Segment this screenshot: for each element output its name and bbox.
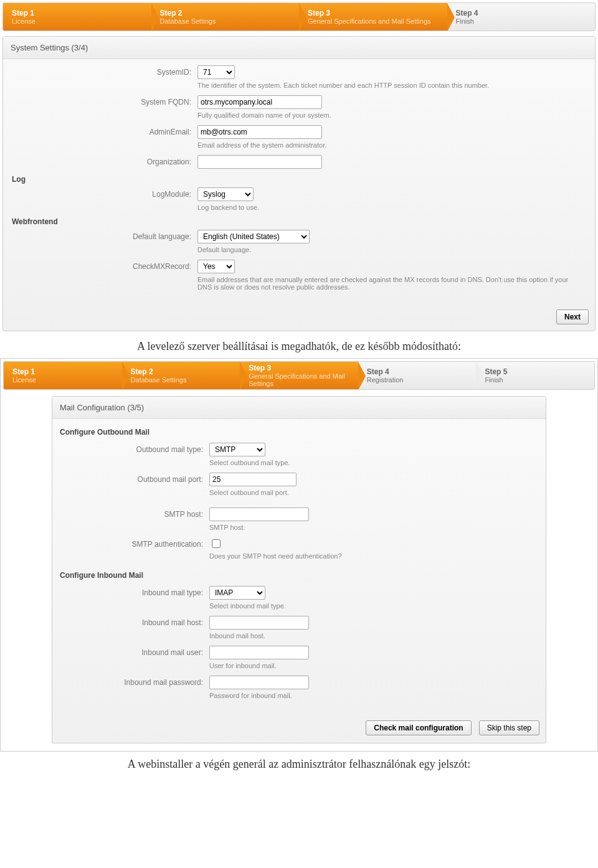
label-inbound-user: Inbound mail user: bbox=[60, 646, 209, 657]
caption-text-2: A webinstaller a végén generál az admini… bbox=[0, 752, 598, 776]
step-title: Step 4 bbox=[456, 9, 589, 17]
wizard2-step-2[interactable]: Step 2 Database Settings bbox=[122, 362, 240, 389]
step-title: Step 5 bbox=[485, 367, 588, 376]
fqdn-input[interactable] bbox=[197, 95, 322, 109]
step-title: Step 2 bbox=[160, 9, 293, 17]
wizard-steps-1: Step 1 License Step 2 Database Settings … bbox=[2, 2, 596, 31]
inbound-pass-input[interactable] bbox=[209, 676, 309, 689]
step-title: Step 2 bbox=[131, 367, 234, 376]
section-webfrontend: Webfrontend bbox=[11, 217, 587, 226]
wizard2-step-5[interactable]: Step 5 Finish bbox=[476, 362, 594, 389]
label-organization: Organization: bbox=[11, 155, 197, 166]
step-subtitle: Finish bbox=[456, 17, 589, 25]
hint-adminemail: Email address of the system administrato… bbox=[197, 141, 584, 149]
next-button[interactable]: Next bbox=[556, 309, 589, 324]
wizard-step-2[interactable]: Step 2 Database Settings bbox=[151, 3, 300, 31]
step-subtitle: Finish bbox=[485, 376, 588, 384]
hint-logmodule: Log backend to use. bbox=[197, 204, 584, 211]
mail-config-panel: Mail Configuration (3/5) Configure Outbo… bbox=[52, 396, 546, 743]
logmodule-select[interactable]: Syslog bbox=[197, 187, 254, 201]
section-log: Log bbox=[11, 175, 587, 184]
label-outbound-type: Outbound mail type: bbox=[60, 443, 209, 454]
hint-inbound-user: User for inbound mail. bbox=[209, 662, 538, 669]
hint-defaultlang: Default language. bbox=[197, 246, 584, 253]
step-subtitle: General Specifications and Mail Settings bbox=[308, 17, 441, 25]
label-inbound-pass: Inbound mail password: bbox=[60, 676, 209, 687]
hint-outbound-port: Select outbound mail port. bbox=[209, 489, 538, 496]
wizard-step-1[interactable]: Step 1 License bbox=[3, 3, 151, 31]
hint-inbound-host: Inbound mail host. bbox=[209, 632, 538, 639]
panel2-title: Mail Configuration (3/5) bbox=[52, 397, 546, 419]
hint-inbound-pass: Password for inbound mail. bbox=[209, 692, 538, 699]
system-settings-panel: System Settings (3/4) SystemID: 71 The i… bbox=[2, 36, 596, 331]
inbound-user-input[interactable] bbox=[209, 646, 309, 659]
step-title: Step 3 bbox=[249, 364, 352, 372]
label-inbound-host: Inbound mail host: bbox=[60, 616, 209, 627]
step-subtitle: Registration bbox=[367, 376, 470, 384]
step-subtitle: General Specifications and Mail Settings bbox=[249, 372, 352, 387]
outbound-port-input[interactable] bbox=[209, 473, 297, 486]
wizard2-step-3[interactable]: Step 3 General Specifications and Mail S… bbox=[240, 362, 358, 389]
label-inbound-type: Inbound mail type: bbox=[60, 586, 209, 597]
hint-fqdn: Fully qualified domain name of your syst… bbox=[197, 111, 584, 119]
panel-title: System Settings (3/4) bbox=[3, 37, 595, 59]
outbound-type-select[interactable]: SMTP bbox=[209, 443, 265, 456]
inbound-type-select[interactable]: IMAP bbox=[209, 586, 265, 600]
label-fqdn: System FQDN: bbox=[11, 95, 197, 106]
step-title: Step 4 bbox=[367, 367, 470, 376]
systemid-select[interactable]: 71 bbox=[197, 65, 235, 79]
skip-step-button[interactable]: Skip this step bbox=[479, 720, 539, 735]
hint-smtp-host: SMTP host. bbox=[209, 524, 538, 531]
wizard2-step-4[interactable]: Step 4 Registration bbox=[358, 362, 477, 389]
step-title: Step 3 bbox=[308, 9, 441, 17]
wizard-steps-2: Step 1 License Step 2 Database Settings … bbox=[3, 361, 595, 390]
label-smtp-host: SMTP host: bbox=[60, 507, 209, 519]
wizard-step-4[interactable]: Step 4 Finish bbox=[447, 3, 596, 31]
section-inbound: Configure Inbound Mail bbox=[60, 571, 538, 580]
wizard-step-3[interactable]: Step 3 General Specifications and Mail S… bbox=[299, 3, 447, 31]
step-subtitle: License bbox=[12, 376, 116, 384]
step-title: Step 1 bbox=[12, 367, 116, 376]
organization-input[interactable] bbox=[197, 155, 322, 169]
hint-inbound-type: Select inbound mail type. bbox=[209, 602, 538, 610]
hint-checkmx: Email addresses that are manually entere… bbox=[197, 276, 584, 291]
check-mail-config-button[interactable]: Check mail configuration bbox=[366, 720, 471, 735]
inbound-host-input[interactable] bbox=[209, 616, 309, 630]
adminemail-input[interactable] bbox=[197, 125, 322, 139]
label-checkmx: CheckMXRecord: bbox=[11, 260, 197, 271]
wizard2-step-1[interactable]: Step 1 License bbox=[4, 362, 122, 389]
hint-smtp-auth: Does your SMTP host need authentication? bbox=[209, 552, 538, 560]
label-systemid: SystemID: bbox=[11, 65, 197, 77]
section-outbound: Configure Outbound Mail bbox=[60, 428, 538, 436]
step-subtitle: Database Settings bbox=[131, 376, 234, 384]
label-smtp-auth: SMTP authentication: bbox=[60, 537, 209, 549]
hint-systemid: The identifier of the system. Each ticke… bbox=[197, 82, 584, 89]
smtp-auth-checkbox[interactable] bbox=[212, 539, 221, 548]
smtp-host-input[interactable] bbox=[209, 507, 309, 521]
caption-text-1: A levelező szerver beállításai is megadh… bbox=[0, 334, 598, 358]
label-logmodule: LogModule: bbox=[11, 187, 197, 199]
checkmx-select[interactable]: Yes bbox=[197, 260, 235, 273]
label-adminemail: AdminEmail: bbox=[11, 125, 197, 136]
hint-outbound-type: Select outbound mail type. bbox=[209, 459, 538, 466]
step-subtitle: Database Settings bbox=[160, 17, 293, 25]
label-defaultlang: Default language: bbox=[11, 230, 197, 241]
step-subtitle: License bbox=[12, 17, 145, 25]
step-title: Step 1 bbox=[12, 9, 145, 17]
defaultlang-select[interactable]: English (United States) bbox=[197, 230, 310, 243]
label-outbound-port: Outbound mail port: bbox=[60, 473, 209, 484]
